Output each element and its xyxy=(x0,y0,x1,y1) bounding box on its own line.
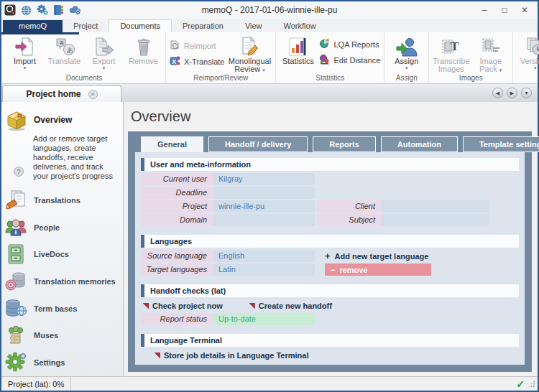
sidebar-item-livedocs[interactable]: LiveDocs xyxy=(1,241,123,268)
document-tab-strip: Project home ✕ ◀ ▶ ▼ xyxy=(1,84,538,102)
tab-general[interactable]: General xyxy=(141,136,203,152)
project-home-sidebar: Overview ? Add or remove target language… xyxy=(1,102,124,376)
create-new-handoff-link[interactable]: Create new handoff xyxy=(249,302,332,310)
maximize-button[interactable]: □ xyxy=(494,2,515,18)
reimport-button[interactable]: Reimport xyxy=(170,40,224,51)
ribbon-group-statistics: Statistics LQA Reports Edit Distance Sta… xyxy=(276,32,384,83)
add-target-language-button[interactable]: + Add new target language xyxy=(325,252,428,261)
export-icon xyxy=(93,36,115,57)
sidebar-item-translation-memories[interactable]: Translation memories xyxy=(1,268,123,295)
red-flag-icon xyxy=(249,303,255,309)
subject-value[interactable] xyxy=(381,214,489,226)
domain-value[interactable] xyxy=(213,214,315,226)
svg-text:A: A xyxy=(60,39,64,46)
tab-memoq[interactable]: memoQ xyxy=(3,20,63,32)
export-button[interactable]: Export ▾ xyxy=(84,34,124,74)
ribbon: Import ▾ Aあ Translate Export ▾ Remove Do… xyxy=(1,32,538,84)
monolingual-review-button[interactable]: Monolingual Review ▾ xyxy=(226,34,273,74)
tab-automation[interactable]: Automation xyxy=(381,136,458,152)
sidebar-overview-label: Overview xyxy=(34,115,72,125)
client-label: Client xyxy=(318,200,381,213)
import-icon xyxy=(14,36,36,57)
edit-distance-button[interactable]: Edit Distance xyxy=(319,55,380,65)
remove-target-language-button[interactable]: − remove xyxy=(325,263,431,276)
import-dropdown-arrow[interactable]: ▾ xyxy=(24,65,27,70)
tab-preparation[interactable]: Preparation xyxy=(172,20,234,32)
monolingual-review-icon xyxy=(239,36,260,57)
server-cloud-icon[interactable] xyxy=(69,5,81,15)
minus-icon: − xyxy=(331,266,335,274)
ribbon-group-other: Versions ▾ Add To LiveDocs Create View O… xyxy=(513,32,539,83)
resources-book-icon[interactable] xyxy=(53,4,64,16)
statistics-button[interactable]: Statistics xyxy=(278,34,318,74)
tab-scroll-left-button[interactable]: ◀ xyxy=(492,88,503,98)
assign-dropdown-arrow[interactable]: ▾ xyxy=(405,65,408,70)
sidebar-item-people[interactable]: People xyxy=(1,214,123,241)
livedocs-icon xyxy=(4,243,27,265)
current-user-label: Current user xyxy=(141,173,213,185)
x-translate-button[interactable]: X X-Translate xyxy=(170,56,224,67)
help-globe-icon[interactable] xyxy=(21,5,32,16)
image-pack-icon xyxy=(480,36,502,57)
project-label: Project xyxy=(141,200,213,213)
memoq-logo-icon[interactable] xyxy=(4,4,16,16)
group-label-statistics: Statistics xyxy=(278,74,382,83)
resize-grip[interactable] xyxy=(528,380,535,388)
sidebar-item-translations[interactable]: Translations xyxy=(1,187,123,214)
sidebar-item-overview[interactable]: Overview xyxy=(1,108,123,131)
import-button[interactable]: Import ▾ xyxy=(5,34,45,74)
group-label-assign: Assign xyxy=(387,74,426,83)
export-dropdown-arrow[interactable]: ▾ xyxy=(103,65,106,70)
svg-text:T: T xyxy=(451,39,459,53)
tab-documents[interactable]: Documents xyxy=(109,19,172,32)
remove-button[interactable]: Remove xyxy=(124,34,163,74)
ribbon-group-documents: Import ▾ Aあ Translate Export ▾ Remove Do… xyxy=(3,32,166,83)
red-flag-icon xyxy=(154,353,160,359)
tab-close-icon[interactable]: ✕ xyxy=(88,90,98,99)
svg-text:あ: あ xyxy=(67,47,73,54)
window-title: memoQ - 2017-01-06-winnie-ille-pu xyxy=(1,5,538,15)
store-job-details-link[interactable]: Store job details in Language Terminal xyxy=(154,351,309,360)
page-title: Overview xyxy=(124,102,538,131)
overview-box-icon xyxy=(4,108,29,131)
project-home-tab[interactable]: Project home ✕ xyxy=(2,85,121,102)
image-pack-dropdown-arrow[interactable]: ▾ xyxy=(499,67,502,73)
status-bar: Project (lat): 0% ✓ xyxy=(1,376,538,391)
help-icon[interactable]: ? xyxy=(14,167,24,177)
tab-view[interactable]: View xyxy=(234,20,273,32)
minimize-button[interactable]: – xyxy=(474,2,494,18)
monolingual-dropdown-arrow[interactable]: ▾ xyxy=(262,67,265,73)
image-pack-button[interactable]: Image Pack ▾ xyxy=(471,34,510,74)
ok-check-icon: ✓ xyxy=(516,378,525,390)
assign-button[interactable]: Assign ▾ xyxy=(387,34,426,74)
tab-project[interactable]: Project xyxy=(63,20,109,32)
section-header-language-terminal: Language Terminal xyxy=(141,334,519,347)
transcribe-images-button[interactable]: T Transcribe Images xyxy=(431,34,471,74)
svg-text:X: X xyxy=(172,58,176,65)
sidebar-item-muses[interactable]: Muses xyxy=(1,322,123,350)
tab-template-settings[interactable]: Template settings xyxy=(463,136,539,152)
source-language-label: Source language xyxy=(141,250,213,262)
close-button[interactable]: ✕ xyxy=(515,2,535,18)
section-language-terminal: Language Terminal Store job details in L… xyxy=(141,334,519,363)
tab-workflow[interactable]: Workflow xyxy=(273,20,327,32)
section-handoff-checks: Handoff checks (lat) Check project now C… xyxy=(141,284,519,325)
check-project-now-link[interactable]: Check project now xyxy=(142,302,223,310)
tab-reports[interactable]: Reports xyxy=(313,136,376,152)
reimport-icon xyxy=(170,39,180,52)
tab-scroll-right-button[interactable]: ▶ xyxy=(507,88,517,98)
tab-handoff-delivery[interactable]: Handoff / delivery xyxy=(208,136,308,152)
main-pane: Overview General Handoff / delivery Repo… xyxy=(124,102,538,376)
translate-button[interactable]: Aあ Translate xyxy=(45,34,84,74)
versions-button[interactable]: Versions ▾ xyxy=(515,34,539,74)
current-user-value: Kilgray xyxy=(213,173,315,185)
client-value[interactable] xyxy=(381,200,489,213)
versions-dropdown-arrow[interactable]: ▾ xyxy=(534,65,537,70)
deadline-value[interactable] xyxy=(213,187,315,199)
options-gears-icon[interactable] xyxy=(37,4,48,16)
tab-list-button[interactable]: ▼ xyxy=(521,88,532,98)
lqa-reports-button[interactable]: LQA Reports xyxy=(319,39,380,50)
domain-label: Domain xyxy=(141,214,213,226)
sidebar-item-term-bases[interactable]: Term bases xyxy=(1,295,123,322)
sidebar-item-settings[interactable]: Settings xyxy=(1,349,123,376)
